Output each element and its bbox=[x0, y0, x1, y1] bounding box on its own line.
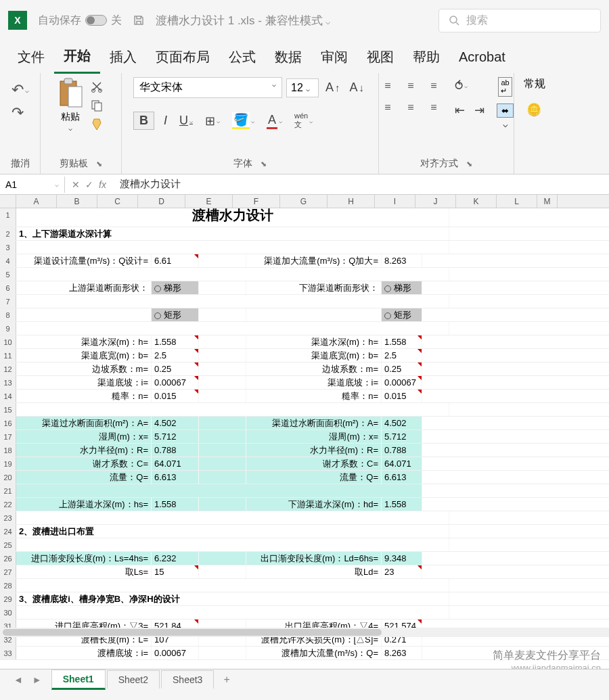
save-icon[interactable] bbox=[133, 14, 145, 26]
font-name-select[interactable]: 华文宋体 ⌵ bbox=[133, 77, 282, 98]
svg-rect-8 bbox=[95, 103, 102, 111]
cell[interactable]: 下游渠道断面形状： bbox=[246, 281, 382, 294]
col-header[interactable]: G bbox=[280, 195, 328, 208]
menu-layout[interactable]: 页面布局 bbox=[146, 41, 219, 73]
radio-option[interactable]: 梯形 bbox=[382, 281, 422, 294]
menu-review[interactable]: 审阅 bbox=[311, 41, 357, 73]
col-header[interactable]: I bbox=[375, 195, 415, 208]
menu-file[interactable]: 文件 bbox=[8, 41, 54, 73]
add-sheet-button[interactable]: + bbox=[215, 670, 238, 689]
italic-button[interactable]: I bbox=[161, 112, 170, 129]
cancel-formula-icon[interactable]: ✕ bbox=[72, 179, 80, 190]
align-bottom-icon[interactable]: ≡ bbox=[425, 77, 443, 95]
align-middle-icon[interactable]: ≡ bbox=[402, 77, 420, 95]
col-header[interactable]: J bbox=[415, 195, 456, 208]
formula-input[interactable]: 渡槽水力设计 bbox=[113, 175, 609, 193]
radio-option[interactable]: 梯形 bbox=[152, 281, 199, 294]
cell[interactable]: 渠道加大流量(m³/s)：Q加大= bbox=[246, 254, 382, 267]
cell[interactable]: 渠道设计流量(m³/s)：Q设计= bbox=[16, 254, 152, 267]
col-header[interactable]: C bbox=[97, 195, 138, 208]
cell-title[interactable]: 渡槽水力设计 bbox=[16, 208, 449, 227]
currency-icon[interactable]: 🪙 bbox=[524, 101, 544, 118]
col-header[interactable]: M bbox=[537, 195, 558, 208]
svg-rect-4 bbox=[68, 87, 82, 107]
title-bar: X 自动保存 关 渡槽水力设计 1 .xls - 兼容性模式 ⌵ 搜索 bbox=[0, 0, 609, 41]
sheet-tab[interactable]: Sheet1 bbox=[51, 670, 106, 690]
font-color-button[interactable]: A⌵ bbox=[264, 112, 285, 131]
menu-view[interactable]: 视图 bbox=[357, 41, 403, 73]
radio-option[interactable]: 矩形 bbox=[152, 308, 199, 321]
col-header[interactable]: E bbox=[185, 195, 233, 208]
align-right-icon[interactable]: ≡ bbox=[425, 99, 443, 116]
enter-formula-icon[interactable]: ✓ bbox=[85, 179, 93, 190]
name-box[interactable]: A1⌵ bbox=[0, 177, 65, 193]
horizontal-scrollbar[interactable] bbox=[0, 628, 609, 637]
cell[interactable]: 8.263 bbox=[382, 254, 422, 267]
col-header[interactable]: B bbox=[57, 195, 97, 208]
align-left-icon[interactable]: ≡ bbox=[379, 99, 397, 116]
menu-data[interactable]: 数据 bbox=[265, 41, 311, 73]
menu-formulas[interactable]: 公式 bbox=[219, 41, 265, 73]
cut-icon[interactable] bbox=[90, 80, 104, 93]
cell[interactable]: 6.61 bbox=[152, 254, 199, 267]
menu-bar: 文件 开始 插入 页面布局 公式 数据 审阅 视图 帮助 Acrobat bbox=[0, 41, 609, 73]
phonetic-button[interactable]: wén文⌵ bbox=[292, 110, 315, 131]
decrease-font-icon[interactable]: A↓ bbox=[347, 79, 367, 96]
col-header[interactable]: L bbox=[497, 195, 537, 208]
autosave-toggle[interactable]: 自动保存 关 bbox=[38, 14, 122, 28]
select-all-corner[interactable] bbox=[0, 195, 16, 208]
number-format-select[interactable]: 常规 bbox=[524, 77, 545, 91]
increase-indent-icon[interactable]: ⇥ bbox=[472, 101, 487, 119]
group-undo-label: 撤消 bbox=[11, 155, 30, 172]
menu-help[interactable]: 帮助 bbox=[403, 41, 449, 73]
cell[interactable]: 上游渠道断面形状： bbox=[16, 281, 152, 294]
sheet-tab-bar: ◄ ► Sheet1 Sheet2 Sheet3 + bbox=[0, 669, 609, 689]
menu-home[interactable]: 开始 bbox=[54, 40, 100, 74]
fx-icon[interactable]: fx bbox=[99, 179, 106, 190]
align-center-icon[interactable]: ≡ bbox=[402, 99, 420, 116]
font-size-select[interactable]: 12 ⌵ bbox=[286, 78, 319, 97]
search-input[interactable]: 搜索 bbox=[438, 9, 601, 32]
paste-button[interactable]: 粘贴⌵ bbox=[56, 77, 85, 132]
format-painter-icon[interactable] bbox=[90, 118, 104, 131]
cell[interactable]: 1、上下游渠道水深计算 bbox=[16, 227, 449, 240]
menu-insert[interactable]: 插入 bbox=[100, 41, 146, 73]
group-clipboard-label: 剪贴板 ⬊ bbox=[60, 155, 102, 172]
wrap-text-button[interactable]: ab↵ bbox=[497, 77, 514, 97]
excel-icon: X bbox=[8, 11, 27, 30]
document-title: 渡槽水力设计 1 .xls - 兼容性模式 ⌵ bbox=[156, 13, 330, 28]
column-headers: A B C D E F G H I J K L M bbox=[0, 195, 609, 208]
ribbon: ↶⌵ ↷ 撤消 粘贴⌵ 剪贴板 ⬊ 华文宋体 ⌵ 12 ⌵ A↑ A↓ bbox=[0, 73, 609, 174]
col-header[interactable]: D bbox=[138, 195, 185, 208]
group-align-label: 对齐方式 ⬊ bbox=[420, 155, 472, 172]
search-icon bbox=[449, 15, 459, 26]
menu-acrobat[interactable]: Acrobat bbox=[449, 43, 515, 72]
orientation-button[interactable]: ⥀⌵ bbox=[452, 77, 487, 95]
svg-line-1 bbox=[456, 22, 459, 25]
svg-point-0 bbox=[450, 16, 457, 23]
col-header[interactable]: A bbox=[16, 195, 57, 208]
undo-button[interactable]: ↶⌵ bbox=[12, 81, 29, 99]
col-header[interactable]: F bbox=[233, 195, 280, 208]
redo-button[interactable]: ↷ bbox=[12, 104, 29, 122]
decrease-indent-icon[interactable]: ⇤ bbox=[452, 101, 468, 119]
merge-button[interactable]: ⬌⌵ bbox=[497, 103, 514, 129]
border-button[interactable]: ⊞⌵ bbox=[202, 112, 223, 130]
sheet-tab[interactable]: Sheet3 bbox=[161, 670, 214, 689]
fill-color-button[interactable]: 🪣⌵ bbox=[229, 111, 257, 131]
svg-rect-3 bbox=[64, 78, 72, 84]
bold-button[interactable]: B bbox=[133, 112, 154, 130]
align-top-icon[interactable]: ≡ bbox=[379, 77, 397, 95]
group-font-label: 字体 ⬊ bbox=[233, 155, 267, 172]
formula-bar: A1⌵ ✕ ✓ fx 渡槽水力设计 bbox=[0, 174, 609, 195]
sheet-nav-next-icon[interactable]: ► bbox=[32, 674, 42, 685]
col-header[interactable]: H bbox=[328, 195, 375, 208]
underline-button[interactable]: U⌵ bbox=[177, 112, 196, 129]
worksheet-grid[interactable]: A B C D E F G H I J K L M 1渡槽水力设计 21、上下游… bbox=[0, 195, 609, 668]
sheet-nav-prev-icon[interactable]: ◄ bbox=[14, 674, 23, 685]
increase-font-icon[interactable]: A↑ bbox=[323, 79, 343, 96]
col-header[interactable]: K bbox=[456, 195, 497, 208]
radio-option[interactable]: 矩形 bbox=[382, 308, 422, 321]
copy-icon[interactable] bbox=[90, 99, 104, 112]
sheet-tab[interactable]: Sheet2 bbox=[107, 670, 160, 689]
